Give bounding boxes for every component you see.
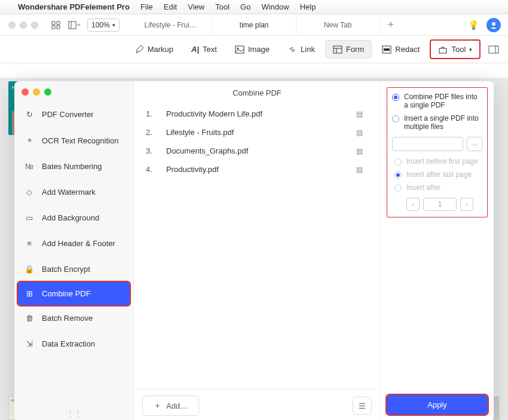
markup-label: Markup [148, 45, 173, 54]
radio-combine-single[interactable]: Combine PDF files into a single PDF [392, 93, 482, 109]
maximize-window-icon[interactable] [31, 22, 38, 29]
file-index: 3. [146, 146, 166, 155]
close-window-icon[interactable] [8, 22, 16, 29]
menu-tool[interactable]: Tool [215, 2, 229, 11]
browse-button[interactable]: ··· [467, 137, 482, 151]
page-range-icon[interactable]: ▤ [356, 165, 368, 174]
form-icon [333, 45, 342, 54]
tab-label: time plan [240, 21, 269, 29]
svg-rect-4 [69, 22, 76, 29]
dialog-window-controls[interactable] [14, 86, 133, 102]
radio-on-icon [392, 94, 399, 101]
tab-new[interactable]: New Tab [296, 14, 380, 35]
radio-label: Insert after [406, 183, 440, 192]
close-icon[interactable] [22, 88, 29, 96]
sidebar-item-combine[interactable]: ⊞ Combine PDF [18, 282, 130, 305]
add-file-button[interactable]: ＋ Add… [142, 396, 199, 416]
plus-icon: ＋ [154, 400, 161, 411]
link-button[interactable]: Link [280, 40, 323, 59]
more-options-button[interactable]: ☰ [353, 397, 372, 415]
tips-icon[interactable]: 💡 [465, 20, 482, 30]
page-range-icon[interactable]: ▤ [356, 147, 368, 155]
user-avatar[interactable] [486, 18, 501, 32]
step-prev-button[interactable]: ‹ [406, 198, 420, 211]
layout-dropdown-icon[interactable] [66, 17, 82, 33]
tab-label: Lifestyle - Frui… [145, 21, 197, 29]
chevron-down-icon: ▾ [112, 22, 115, 28]
convert-icon: ↻ [24, 110, 35, 119]
tab-lifestyle[interactable]: Lifestyle - Frui… [129, 14, 213, 35]
menu-window[interactable]: Window [261, 2, 289, 11]
minimize-icon[interactable] [33, 88, 40, 96]
sidebar-item-background[interactable]: ▭ Add Background [14, 205, 133, 231]
radio-disabled-on-icon [394, 171, 402, 179]
file-index: 2. [146, 128, 166, 137]
add-tab-button[interactable]: + [380, 14, 402, 35]
zoom-icon[interactable] [44, 88, 51, 96]
file-name: Productivity Modern Life.pdf [166, 109, 356, 118]
radio-insert-after-page: Insert after [394, 183, 482, 192]
sidebar-item-encrypt[interactable]: 🔒 Batch Encrypt [14, 256, 133, 282]
page-stepper: ‹ 1 › [394, 198, 482, 211]
ocr-icon: ⌖ [24, 136, 35, 145]
svg-rect-0 [52, 22, 55, 24]
minimize-window-icon[interactable] [20, 22, 27, 29]
markup-icon [134, 45, 144, 54]
menu-file[interactable]: File [140, 2, 153, 11]
svg-rect-13 [384, 48, 390, 51]
thumbnails-icon[interactable] [48, 17, 65, 33]
sidebar-item-bates[interactable]: № Bates Numbering [14, 154, 133, 179]
form-button[interactable]: Form [325, 40, 372, 59]
document-tabs: Lifestyle - Frui… time plan New Tab + [129, 14, 460, 35]
menu-help[interactable]: Help [300, 2, 316, 11]
svg-rect-9 [333, 46, 342, 53]
image-button[interactable]: Image [227, 40, 277, 59]
chevron-down-icon: ▾ [469, 47, 472, 53]
sidebar-item-watermark[interactable]: ◇ Add Watermark [14, 179, 133, 205]
menu-go[interactable]: Go [240, 2, 250, 11]
menu-edit[interactable]: Edit [164, 2, 177, 11]
app-name[interactable]: Wondershare PDFelement Pro [18, 2, 130, 11]
markup-button[interactable]: Markup [127, 40, 181, 59]
sidebar-label: Bates Numbering [42, 162, 102, 171]
file-path-input[interactable] [392, 137, 463, 151]
tool-label: Tool [451, 45, 466, 54]
page-range-icon[interactable]: ▤ [356, 128, 368, 137]
tool-dropdown-button[interactable]: Tool ▾ [430, 39, 481, 59]
tab-time-plan[interactable]: time plan [213, 14, 296, 35]
file-row[interactable]: 4. Productivity.pdf ▤ [143, 160, 371, 179]
page-range-icon[interactable]: ▤ [356, 110, 368, 118]
svg-rect-15 [489, 46, 498, 53]
menu-view[interactable]: View [188, 2, 204, 11]
svg-point-6 [492, 22, 495, 26]
text-button[interactable]: A| Text [183, 40, 225, 59]
step-next-button[interactable]: › [460, 198, 473, 211]
window-controls[interactable] [4, 22, 43, 29]
svg-point-8 [237, 47, 238, 49]
resize-handle-icon[interactable]: ⋮⋮ [14, 406, 133, 420]
mac-menubar: Wondershare PDFelement Pro File Edit Vie… [0, 0, 508, 14]
radio-insert-multiple[interactable]: Insert a single PDF into multiple files [392, 114, 482, 131]
zoom-value: 100% [91, 21, 110, 29]
file-row[interactable]: 2. Lifestyle - Fruits.pdf ▤ [143, 123, 371, 142]
image-icon [235, 45, 244, 54]
add-label: Add… [166, 401, 188, 410]
page-number-input[interactable]: 1 [423, 198, 457, 211]
file-row[interactable]: 3. Documents_Graphs.pdf ▤ [143, 142, 371, 160]
sidebar-item-data-extraction[interactable]: ⇲ Data Extraction [14, 331, 133, 357]
redact-button[interactable]: Redact [374, 40, 427, 59]
svg-rect-7 [235, 46, 244, 53]
zoom-select[interactable]: 100% ▾ [87, 19, 120, 32]
main-window: 100% ▾ Lifestyle - Frui… time plan New T… [0, 14, 508, 420]
file-list: 1. Productivity Modern Life.pdf ▤ 2. Lif… [134, 102, 380, 389]
panel-toggle-icon[interactable] [485, 45, 502, 54]
combine-icon: ⊞ [24, 289, 35, 298]
sidebar-item-batch-remove[interactable]: 🗑 Batch Remove [14, 305, 133, 331]
sidebar-label: PDF Converter [42, 110, 94, 119]
combine-options-group: Combine PDF files into a single PDF Inse… [387, 87, 488, 217]
sidebar-item-pdf-converter[interactable]: ↻ PDF Converter [14, 102, 133, 127]
apply-button[interactable]: Apply [387, 395, 488, 415]
sidebar-item-header-footer[interactable]: ≡ Add Header & Footer [14, 231, 133, 256]
file-row[interactable]: 1. Productivity Modern Life.pdf ▤ [143, 105, 371, 123]
sidebar-item-ocr[interactable]: ⌖ OCR Text Recognition [14, 127, 133, 154]
